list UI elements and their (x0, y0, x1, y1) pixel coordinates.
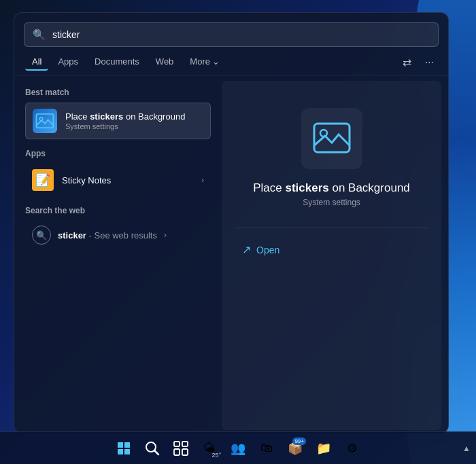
sticky-notes-icon: 📝 (32, 169, 54, 191)
web-section: Search the web 🔍 sticker - See web resul… (25, 206, 211, 249)
taskbar-updates[interactable]: 📦 99+ (282, 435, 308, 461)
best-match-label: Best match (25, 88, 211, 97)
web-label: Search the web (25, 206, 211, 215)
web-suffix: - See web results (86, 230, 157, 240)
left-panel: Best match Place stickers on Background … (14, 75, 222, 433)
svg-line-9 (154, 450, 158, 454)
svg-rect-5 (124, 442, 130, 448)
taskbar-right: ▲ (462, 444, 471, 453)
best-match-subtitle: System settings (65, 122, 185, 130)
web-search-item[interactable]: 🔍 sticker - See web results › (25, 221, 211, 249)
tab-documents[interactable]: Documents (88, 54, 146, 71)
chevron-right-icon-web: › (164, 230, 167, 240)
svg-rect-10 (174, 442, 180, 446)
svg-rect-4 (118, 442, 123, 448)
main-content: Best match Place stickers on Background … (14, 75, 448, 433)
result-subtitle: System settings (303, 198, 360, 207)
web-query: sticker (58, 230, 86, 240)
best-match-item[interactable]: Place stickers on Background System sett… (25, 103, 211, 139)
tab-apps[interactable]: Apps (51, 54, 85, 71)
more-options-icon[interactable]: ··· (422, 55, 437, 70)
taskbar-center: 🌤 25° 👥 🛍 📦 99+ 📁 ⚙ (111, 435, 365, 461)
taskbar-weather[interactable]: 🌤 25° (197, 435, 222, 461)
tab-actions: ⇄ ··· (399, 54, 437, 70)
taskbar-store[interactable]: 🛍 (254, 435, 279, 461)
start-menu: 🔍 All Apps Documents Web More ⌄ ⇄ ··· Be… (14, 12, 449, 433)
apps-label: Apps (25, 149, 211, 158)
svg-rect-6 (118, 449, 123, 454)
list-item[interactable]: 📝 Sticky Notes › (25, 164, 211, 196)
app-name: Sticky Notes (62, 175, 193, 185)
tab-more[interactable]: More ⌄ (183, 54, 226, 71)
svg-rect-7 (124, 449, 130, 454)
taskbar-start[interactable] (111, 435, 137, 461)
divider (235, 228, 428, 228)
search-icon: 🔍 (33, 29, 46, 41)
best-match-title: Place stickers on Background (65, 111, 185, 122)
open-label: Open (256, 245, 279, 255)
chevron-right-icon: › (201, 175, 204, 185)
svg-rect-0 (37, 114, 54, 128)
svg-rect-11 (182, 442, 188, 446)
system-tray: ▲ (462, 444, 471, 453)
open-icon: ↗ (242, 243, 251, 256)
chevron-down-icon: ⌄ (212, 56, 220, 67)
right-panel: Place stickers on Background System sett… (222, 81, 441, 430)
web-search-text: sticker - See web results (58, 230, 157, 240)
search-bar[interactable]: 🔍 (24, 22, 439, 47)
best-match-text: Place stickers on Background System sett… (65, 111, 185, 130)
search-input[interactable] (52, 29, 430, 40)
filter-tabs: All Apps Documents Web More ⌄ ⇄ ··· (14, 47, 448, 75)
open-button[interactable]: ↗ Open (235, 239, 286, 260)
taskbar-teams[interactable]: 👥 (225, 435, 251, 461)
svg-point-1 (39, 118, 43, 121)
taskbar: 🌤 25° 👥 🛍 📦 99+ 📁 ⚙ ▲ (0, 431, 476, 464)
share-icon[interactable]: ⇄ (399, 54, 415, 70)
best-match-bold: stickers (90, 111, 123, 122)
update-badge: 99+ (292, 438, 306, 445)
result-bold: stickers (285, 181, 328, 194)
result-big-icon (301, 108, 362, 169)
taskbar-settings[interactable]: ⚙ (339, 435, 365, 461)
svg-rect-12 (174, 449, 180, 455)
svg-rect-13 (182, 449, 188, 455)
svg-rect-2 (314, 124, 350, 152)
result-title: Place stickers on Background (253, 181, 410, 195)
tab-all[interactable]: All (25, 54, 48, 71)
tab-web[interactable]: Web (149, 54, 181, 71)
apps-section: Apps 📝 Sticky Notes › (25, 149, 211, 196)
web-search-icon: 🔍 (32, 226, 51, 245)
taskbar-taskview[interactable] (168, 435, 194, 461)
taskbar-files[interactable]: 📁 (311, 435, 337, 461)
taskbar-search[interactable] (139, 435, 165, 461)
best-match-icon (33, 109, 57, 133)
